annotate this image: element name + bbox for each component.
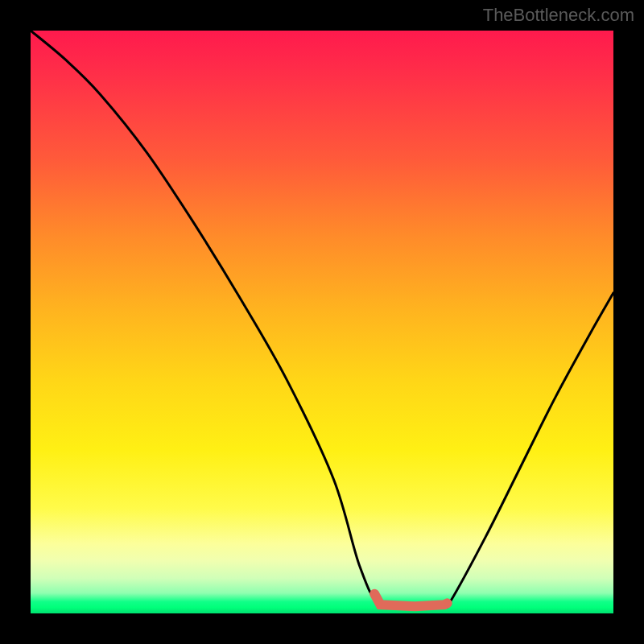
chart-frame: TheBottleneck.com xyxy=(0,0,644,644)
curve-layer xyxy=(31,31,613,613)
watermark-text: TheBottleneck.com xyxy=(483,5,634,26)
bottleneck-curve-line xyxy=(31,31,613,608)
plot-area xyxy=(31,31,613,613)
flat-region-marker xyxy=(374,594,447,607)
